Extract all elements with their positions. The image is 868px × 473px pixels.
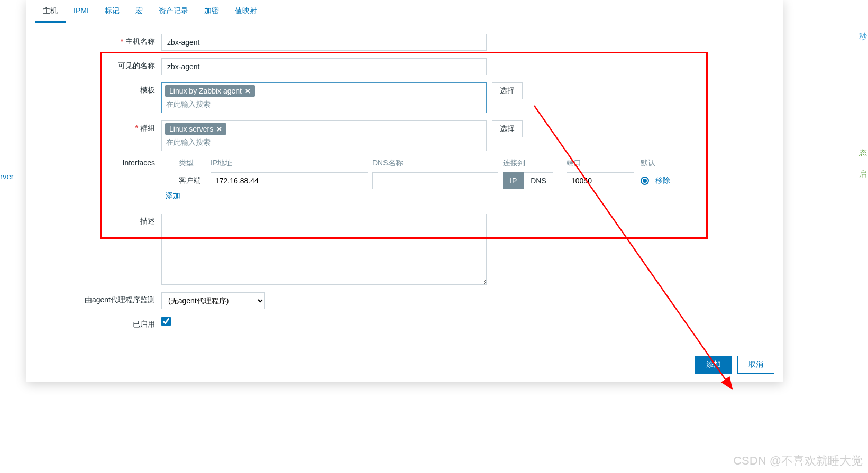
interface-add-link[interactable]: 添加 [166, 191, 180, 200]
proxy-select[interactable]: (无agent代理程序) [161, 292, 265, 309]
templates-tagbox[interactable]: Linux by Zabbix agent ✕ 在此输入搜索 [161, 82, 487, 113]
interface-default-radio[interactable] [641, 177, 649, 185]
tab-inventory[interactable]: 资产记录 [151, 0, 196, 23]
bg-text-status: 态 [859, 148, 867, 158]
host-modal: 主机 IPMI 标记 宏 资产记录 加密 值映射 主机名称 可见的名称 模板 L… [26, 0, 783, 382]
interface-port-input[interactable] [567, 172, 634, 189]
form-area: 主机名称 可见的名称 模板 Linux by Zabbix agent ✕ 在此… [26, 23, 783, 347]
tab-host[interactable]: 主机 [35, 0, 66, 23]
label-description: 描述 [32, 214, 161, 226]
description-textarea[interactable] [161, 214, 487, 285]
interface-type: 客户端 [179, 176, 211, 186]
label-interfaces: Interfaces [32, 159, 161, 167]
bg-text-start: 启 [859, 169, 867, 179]
tab-macros[interactable]: 宏 [127, 0, 151, 23]
tab-tags[interactable]: 标记 [97, 0, 127, 23]
conn-button-group: IP DNS [503, 172, 567, 189]
label-visiblename: 可见的名称 [32, 58, 161, 71]
bg-text-sec: 秒 [859, 32, 867, 42]
interface-ip-input[interactable] [211, 172, 368, 189]
interface-remove-link[interactable]: 移除 [655, 176, 670, 186]
groups-select-button[interactable]: 选择 [492, 120, 523, 137]
tab-ipmi[interactable]: IPMI [66, 0, 97, 23]
col-dns: DNS名称 [372, 159, 503, 168]
input-hostname[interactable] [161, 34, 487, 51]
tabs-bar: 主机 IPMI 标记 宏 资产记录 加密 值映射 [26, 0, 783, 23]
tab-encryption[interactable]: 加密 [196, 0, 227, 23]
col-type: 类型 [179, 159, 211, 168]
groups-tagbox[interactable]: Linux servers ✕ 在此输入搜索 [161, 120, 487, 151]
template-tag-remove-icon[interactable]: ✕ [245, 87, 251, 95]
label-proxy: 由agent代理程序监测 [32, 292, 161, 305]
templates-select-button[interactable]: 选择 [492, 82, 523, 99]
group-tag-label: Linux servers [169, 125, 213, 133]
enabled-checkbox[interactable] [161, 317, 171, 326]
interface-dns-input[interactable] [372, 172, 498, 189]
label-templates: 模板 [32, 82, 161, 95]
label-groups: 群组 [32, 120, 161, 133]
label-enabled: 已启用 [32, 317, 161, 329]
col-port: 端口 [567, 159, 641, 168]
modal-footer: 添加 取消 [26, 347, 783, 382]
col-default: 默认 [641, 159, 683, 168]
tab-valuemap[interactable]: 值映射 [227, 0, 265, 23]
interfaces-header: 类型 IP地址 DNS名称 连接到 端口 默认 [161, 159, 778, 168]
watermark: CSDN @不喜欢就睡大觉 [733, 453, 863, 469]
template-search-placeholder[interactable]: 在此输入搜索 [165, 100, 483, 109]
interface-row: 客户端 IP DNS 移除 [161, 172, 778, 189]
conn-ip-button[interactable]: IP [503, 172, 524, 189]
template-tag-label: Linux by Zabbix agent [169, 87, 242, 95]
label-hostname: 主机名称 [32, 34, 161, 47]
group-search-placeholder[interactable]: 在此输入搜索 [165, 138, 483, 147]
cancel-button[interactable]: 取消 [737, 356, 774, 374]
col-ip: IP地址 [211, 159, 372, 168]
group-tag-remove-icon[interactable]: ✕ [216, 125, 222, 133]
add-button[interactable]: 添加 [695, 356, 732, 374]
col-conn: 连接到 [503, 159, 567, 168]
conn-dns-button[interactable]: DNS [524, 172, 553, 189]
template-tag[interactable]: Linux by Zabbix agent ✕ [165, 85, 255, 97]
group-tag[interactable]: Linux servers ✕ [165, 123, 226, 135]
bg-text-rver: rver [0, 172, 14, 181]
input-visiblename[interactable] [161, 58, 487, 75]
